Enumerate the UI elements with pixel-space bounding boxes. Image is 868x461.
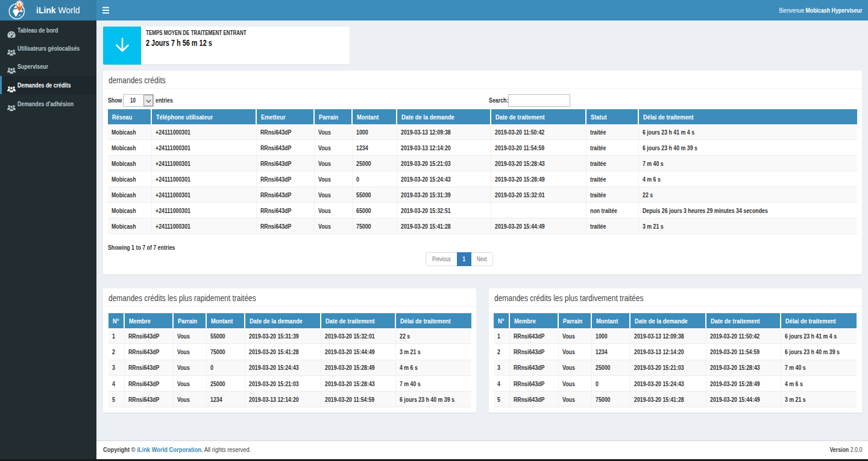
svg-text:$: $ <box>18 2 20 7</box>
